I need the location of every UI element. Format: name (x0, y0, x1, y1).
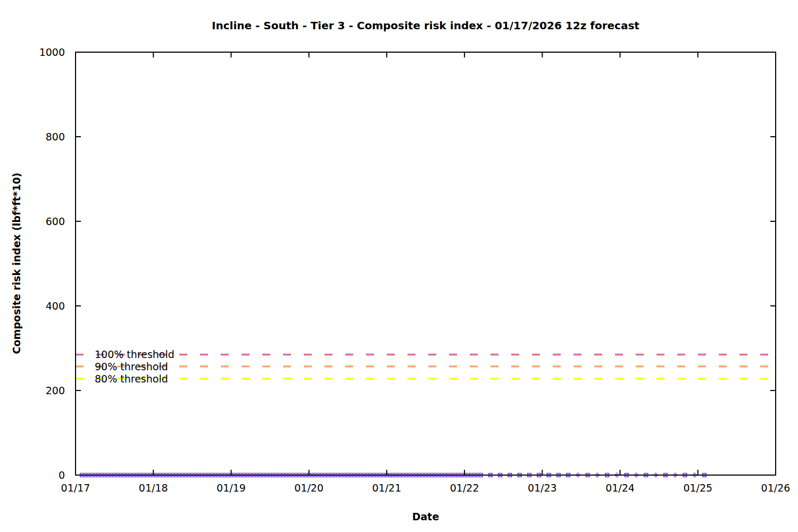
y-tick-label: 800 (0, 131, 65, 143)
x-tick-label: 01/18 (124, 482, 182, 494)
y-tick-label: 0 (0, 469, 65, 481)
x-tick-label: 01/22 (435, 482, 494, 494)
plot-area (0, 0, 798, 532)
y-tick-label: 1000 (0, 46, 65, 58)
composite-risk-chart: Incline - South - Tier 3 - Composite ris… (0, 0, 798, 532)
x-tick-label: 01/20 (280, 482, 338, 494)
x-axis-title: Date (76, 511, 776, 522)
y-tick-label: 200 (0, 385, 65, 396)
threshold-label: 80% threshold (95, 372, 168, 385)
x-tick-label: 01/17 (46, 482, 105, 494)
plot-border (76, 52, 776, 475)
x-tick-label: 01/26 (746, 482, 798, 494)
x-tick-label: 01/24 (591, 482, 650, 494)
x-tick-label: 01/25 (669, 482, 727, 494)
y-tick-label: 400 (0, 300, 65, 312)
threshold-label: 100% threshold (95, 348, 174, 361)
chart-title: Incline - South - Tier 3 - Composite ris… (76, 19, 776, 32)
x-tick-label: 01/19 (202, 482, 260, 494)
threshold-label: 90% threshold (95, 360, 168, 373)
y-axis-title: Composite risk index (lbf*ft*10) (11, 172, 22, 354)
x-tick-label: 01/21 (358, 482, 416, 494)
axis-ticks (76, 52, 776, 475)
y-tick-label: 600 (0, 215, 65, 227)
x-tick-label: 01/23 (513, 482, 571, 494)
